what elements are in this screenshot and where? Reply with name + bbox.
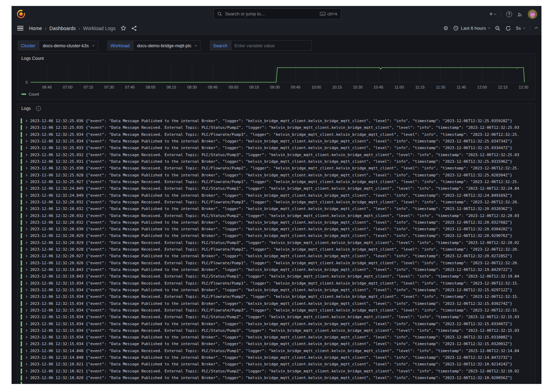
search-variable-input[interactable]: Enter variable value (231, 40, 312, 51)
log-row[interactable]: 2023-12-06 12:32:20.032 {"event": "Data … (21, 205, 532, 212)
log-row[interactable]: 2023-12-06 12:32:15.034 {"event": "Data … (21, 307, 532, 314)
log-row[interactable]: 2023-12-06 12:32:25.032 {"event": "Data … (21, 152, 532, 158)
expand-chevron-icon[interactable] (25, 120, 27, 122)
expand-chevron-icon[interactable] (25, 316, 27, 318)
expand-chevron-icon[interactable] (25, 262, 27, 264)
expand-chevron-icon[interactable] (25, 133, 27, 136)
breadcrumb-dashboards[interactable]: Dashboards (49, 26, 76, 31)
log-row[interactable]: 2023-12-06 12:32:10.021 {"event": "Data … (21, 361, 532, 368)
expand-chevron-icon[interactable] (25, 234, 27, 237)
log-row[interactable]: 2023-12-06 12:32:25.033 {"event": "Data … (21, 145, 532, 151)
cluster-variable-dropdown[interactable]: docs-demo-cluster-k3s (39, 40, 98, 51)
log-row[interactable]: 2023-12-06 12:32:15.034 {"event": "Data … (21, 334, 532, 341)
new-menu-button[interactable]: + (489, 10, 496, 18)
log-row[interactable]: 2023-12-06 12:32:20.029 {"event": "Data … (21, 232, 532, 239)
log-row[interactable]: 2023-12-06 12:32:19.843 {"event": "Data … (21, 266, 532, 273)
expand-chevron-icon[interactable] (25, 248, 27, 251)
time-range-picker[interactable]: Last 6 hours (453, 26, 490, 31)
log-row[interactable]: 2023-12-06 12:32:25.034 {"event": "Data … (21, 138, 532, 145)
expand-chevron-icon[interactable] (25, 309, 27, 312)
log-row[interactable]: 2023-12-06 12:32:25.034 {"event": "Data … (21, 131, 532, 138)
expand-chevron-icon[interactable] (25, 329, 27, 332)
refresh-icon[interactable] (505, 26, 511, 31)
expand-chevron-icon[interactable] (25, 147, 27, 149)
news-rss-icon[interactable] (517, 11, 523, 17)
grafana-logo-icon[interactable] (16, 9, 26, 19)
expand-chevron-icon[interactable] (25, 356, 27, 359)
log-row[interactable]: 2023-12-06 12:32:15.034 {"event": "Data … (21, 327, 532, 334)
expand-chevron-icon[interactable] (25, 282, 27, 285)
log-row[interactable]: 2023-12-06 12:32:25.028 {"event": "Data … (21, 172, 532, 178)
expand-chevron-icon[interactable] (25, 208, 27, 210)
log-row[interactable]: 2023-12-06 12:32:25.035 {"event": "Data … (21, 124, 532, 131)
collapse-chevron-up-icon[interactable] (535, 27, 538, 29)
share-icon[interactable] (131, 26, 137, 31)
expand-chevron-icon[interactable] (25, 167, 27, 169)
user-avatar[interactable] (528, 9, 537, 19)
expand-chevron-icon[interactable] (25, 350, 27, 352)
workload-variable-dropdown[interactable]: docs-demo-bridge-mqtt-plc (133, 40, 200, 51)
expand-chevron-icon[interactable] (25, 377, 27, 379)
legend-series-label[interactable]: Count (29, 92, 39, 96)
log-row[interactable]: 2023-12-06 12:32:25.036 {"event": "Data … (21, 118, 532, 124)
expand-chevron-icon[interactable] (25, 201, 27, 203)
expand-chevron-icon[interactable] (25, 187, 27, 190)
log-row[interactable]: 2023-12-06 12:32:20.026 {"event": "Data … (21, 260, 532, 266)
expand-chevron-icon[interactable] (25, 255, 27, 257)
log-row[interactable]: 2023-12-06 12:32:19.843 {"event": "Data … (21, 273, 532, 280)
expand-chevron-icon[interactable] (25, 302, 27, 305)
refresh-interval-picker[interactable]: 5s (516, 26, 525, 31)
log-row[interactable]: 2023-12-06 12:32:15.034 {"event": "Data … (21, 341, 532, 347)
expand-chevron-icon[interactable] (25, 289, 27, 291)
log-row[interactable]: 2023-12-06 12:32:25.030 {"event": "Data … (21, 165, 532, 172)
log-row[interactable]: 2023-12-06 12:32:14.848 {"event": "Data … (21, 348, 532, 354)
expand-chevron-icon[interactable] (25, 268, 27, 271)
expand-chevron-icon[interactable] (25, 174, 27, 176)
log-row[interactable] (21, 381, 532, 384)
expand-chevron-icon[interactable] (25, 160, 27, 163)
log-row[interactable]: 2023-12-06 12:32:15.034 {"event": "Data … (21, 280, 532, 287)
log-row[interactable]: 2023-12-06 12:32:10.020 {"event": "Data … (21, 374, 532, 381)
expand-chevron-icon[interactable] (25, 363, 27, 365)
log-row[interactable]: 2023-12-06 12:32:15.034 {"event": "Data … (21, 300, 532, 307)
expand-chevron-icon[interactable] (25, 221, 27, 224)
expand-chevron-icon[interactable] (25, 241, 27, 244)
expand-chevron-icon[interactable] (25, 154, 27, 156)
log-row[interactable]: 2023-12-06 12:32:10.021 {"event": "Data … (21, 368, 532, 374)
log-row[interactable]: 2023-12-06 12:32:15.034 {"event": "Data … (21, 287, 532, 293)
star-favorite-icon[interactable] (120, 25, 126, 31)
log-row[interactable]: 2023-12-06 12:32:20.032 {"event": "Data … (21, 219, 532, 226)
panel-title[interactable]: Logs (21, 106, 31, 111)
log-row[interactable]: 2023-12-06 12:32:15.034 {"event": "Data … (21, 320, 532, 327)
breadcrumb-home[interactable]: Home (29, 26, 42, 31)
log-row[interactable]: 2023-12-06 12:32:20.032 {"event": "Data … (21, 199, 532, 205)
log-row[interactable]: 2023-12-06 12:32:20.030 {"event": "Data … (21, 226, 532, 232)
panel-title[interactable]: Logs Count (21, 56, 44, 61)
expand-chevron-icon[interactable] (25, 194, 27, 197)
expand-chevron-icon[interactable] (25, 343, 27, 345)
log-row[interactable]: 2023-12-06 12:32:20.028 {"event": "Data … (21, 246, 532, 253)
help-icon[interactable]: ? (506, 11, 512, 17)
expand-chevron-icon[interactable] (25, 275, 27, 278)
zoom-out-icon[interactable] (495, 26, 500, 31)
expand-chevron-icon[interactable] (25, 126, 27, 129)
expand-chevron-icon[interactable] (25, 336, 27, 338)
expand-chevron-icon[interactable] (25, 140, 27, 142)
expand-chevron-icon[interactable] (25, 228, 27, 230)
log-row[interactable]: 2023-12-06 12:32:24.849 {"event": "Data … (21, 185, 532, 192)
logs-count-chart[interactable]: 06:4507:0007:1507:3007:4508:0008:1508:30… (21, 62, 530, 93)
search-input[interactable]: Search or jump to... ctrl+k (214, 8, 341, 19)
log-row[interactable]: 2023-12-06 12:32:25.031 {"event": "Data … (21, 158, 532, 165)
log-row[interactable]: 2023-12-06 12:32:20.029 {"event": "Data … (21, 239, 532, 246)
dashboard-settings-gear-icon[interactable]: ⚙ (443, 26, 448, 31)
log-row[interactable]: 2023-12-06 12:32:15.034 {"event": "Data … (21, 293, 532, 300)
log-row[interactable]: 2023-12-06 12:32:14.848 {"event": "Data … (21, 354, 532, 361)
panel-info-icon[interactable]: i (36, 106, 41, 111)
log-row[interactable]: 2023-12-06 12:32:20.032 {"event": "Data … (21, 212, 532, 219)
log-row[interactable]: 2023-12-06 12:32:24.849 {"event": "Data … (21, 192, 532, 198)
expand-chevron-icon[interactable] (25, 295, 27, 298)
log-row[interactable]: 2023-12-06 12:32:15.034 {"event": "Data … (21, 314, 532, 320)
expand-chevron-icon[interactable] (25, 322, 27, 325)
log-row[interactable]: 2023-12-06 12:32:25.027 {"event": "Data … (21, 178, 532, 185)
log-row[interactable]: 2023-12-06 12:32:20.027 {"event": "Data … (21, 253, 532, 259)
